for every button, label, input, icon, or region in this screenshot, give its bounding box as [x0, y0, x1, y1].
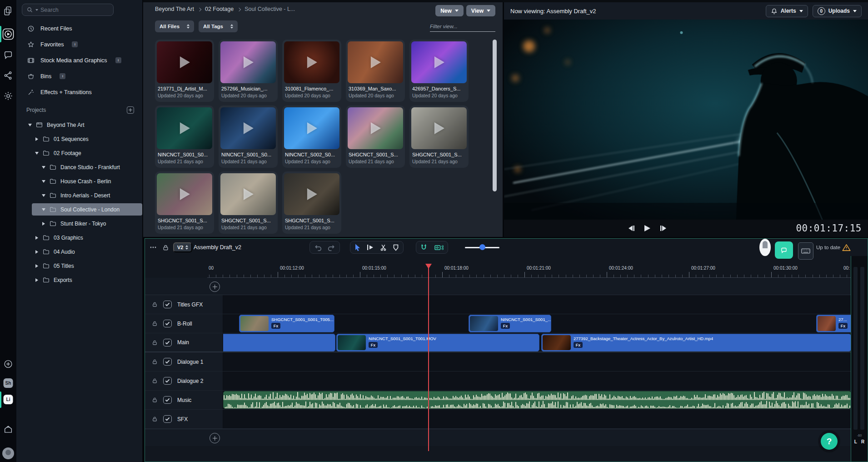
track-lane[interactable]: NINCNCT_S001_S001_T001.MOVFx277392_Backs… [223, 333, 851, 352]
track-lane[interactable] [223, 352, 851, 371]
caret-right-icon[interactable] [35, 137, 38, 141]
track-lane[interactable] [223, 295, 851, 314]
caret-down-icon[interactable] [42, 180, 45, 183]
sidebar-item-bins[interactable]: Binsi [16, 68, 142, 84]
tree-item-stunt-biker-tokyo[interactable]: Stunt Biker - Tokyo [16, 216, 142, 231]
version-selector[interactable]: V2 [173, 242, 192, 252]
caret-down-icon[interactable] [42, 208, 45, 211]
user-avatar[interactable] [2, 447, 14, 459]
linked-clips-icon[interactable] [434, 244, 444, 251]
tree-item-01-sequences[interactable]: 01 Sequences [16, 132, 142, 146]
add-track-button[interactable] [210, 433, 220, 443]
snap-magnet-icon[interactable] [420, 244, 427, 251]
new-button[interactable]: New [435, 5, 464, 16]
audio-clip[interactable] [223, 391, 851, 409]
caret-right-icon[interactable] [35, 236, 38, 240]
file-card[interactable]: SHGCNCT_S001_S...Updated 21 days ago [155, 171, 214, 234]
track-lock-icon[interactable] [152, 378, 158, 384]
breadcrumb-item[interactable]: 02 Footage [205, 6, 234, 12]
video-clip[interactable]: NINCNCT_S001_S001_...Fx [469, 315, 551, 332]
tree-item-dance-studio-frankfurt[interactable]: Dance Studio - Frankfurt [16, 160, 142, 174]
collaborator-avatar[interactable] [759, 239, 771, 256]
file-card[interactable]: 257266_Musician_...Updated 20 days ago [219, 40, 278, 102]
file-card[interactable]: SHGCNCT_S001_S...Updated 21 days ago [282, 171, 341, 234]
video-clip[interactable] [223, 334, 335, 352]
caret-right-icon[interactable] [42, 222, 45, 226]
track-enable-checkbox[interactable] [163, 339, 172, 346]
caret-down-icon[interactable] [35, 152, 39, 155]
caret-right-icon[interactable] [35, 264, 38, 268]
view-button[interactable]: View [466, 5, 495, 16]
tree-item-02-footage[interactable]: 02 Footage [16, 146, 142, 160]
add-project-button[interactable] [127, 106, 134, 114]
share-icon[interactable] [3, 70, 13, 80]
file-card[interactable]: 310369_Man_Saxo...Updated 20 days ago [346, 40, 405, 102]
video-clip[interactable]: 27...Fx [816, 315, 851, 332]
warning-icon[interactable] [842, 239, 851, 256]
caret-right-icon[interactable] [35, 278, 38, 282]
caret-right-icon[interactable] [35, 250, 38, 254]
breadcrumb-item[interactable]: Soul Collective - L... [244, 6, 295, 12]
player-icon[interactable] [2, 28, 14, 40]
tree-item-03-graphics[interactable]: 03 Graphics [16, 231, 142, 245]
undo-icon[interactable] [314, 244, 322, 251]
sidebar-item-recent-files[interactable]: Recent Files [16, 20, 142, 36]
timeline-zoom-slider[interactable] [465, 244, 499, 251]
timeline-ruler[interactable]: 00:01:12:0000:01:15:0000:01:18:0000:01:2… [207, 264, 851, 278]
track-enable-checkbox[interactable] [163, 415, 172, 423]
playhead[interactable] [428, 264, 429, 451]
video-clip[interactable]: NINCNCT_S001_S001_T001.MOVFx [336, 334, 539, 352]
track-lock-icon[interactable] [152, 416, 158, 422]
track-enable-checkbox[interactable] [163, 358, 172, 366]
caret-down-icon[interactable] [42, 166, 45, 169]
tree-item-exports[interactable]: Exports [16, 273, 142, 287]
workspace-badge-li[interactable]: Li [4, 395, 13, 404]
razor-erase-tool-icon[interactable] [393, 244, 399, 251]
pages-icon[interactable] [3, 6, 13, 16]
track-lane[interactable] [223, 410, 851, 428]
tree-item-house-crash-berlin[interactable]: House Crash - Berlin [16, 174, 142, 188]
settings-gear-icon[interactable] [3, 91, 13, 101]
track-enable-checkbox[interactable] [163, 377, 172, 385]
select-tool-icon[interactable] [354, 244, 361, 251]
comments-button[interactable] [775, 241, 793, 259]
add-track-button[interactable] [210, 281, 220, 292]
chat-icon[interactable] [3, 50, 13, 60]
uploads-button[interactable]: 0 Uploads [813, 5, 862, 17]
grid-scrollbar[interactable] [493, 40, 497, 191]
help-button[interactable]: ? [821, 433, 838, 450]
track-enable-checkbox[interactable] [163, 301, 172, 308]
keyboard-shortcuts-button[interactable] [798, 242, 813, 260]
timeline-menu-icon[interactable] [150, 239, 157, 256]
file-card[interactable]: 426957_Dancers_S...Updated 20 days ago [409, 40, 469, 102]
tree-item-05-titles[interactable]: 05 Titles [16, 259, 142, 273]
zoom-slider-knob[interactable] [479, 244, 485, 250]
add-workspace-icon[interactable] [4, 359, 13, 369]
video-clip[interactable]: 277392_Backstage_Theater_Actress_Actor_B… [541, 334, 851, 352]
search-input[interactable]: Search [22, 4, 114, 16]
track-lane[interactable] [223, 372, 851, 390]
track-enable-checkbox[interactable] [163, 396, 172, 404]
cut-tool-icon[interactable] [380, 244, 387, 251]
sidebar-item-effects-transitions[interactable]: Effects + Transitions [16, 84, 142, 100]
caret-down-icon[interactable] [28, 124, 32, 126]
tree-item-04-audio[interactable]: 04 Audio [16, 245, 142, 259]
track-enable-checkbox[interactable] [163, 320, 172, 327]
file-card[interactable]: SHGCNCT_S001_S...Updated 21 days ago [409, 105, 469, 168]
track-lock-icon[interactable] [152, 321, 158, 326]
tags-filter-dropdown[interactable]: All Tags [199, 20, 238, 32]
redo-icon[interactable] [328, 244, 335, 251]
file-card[interactable]: NINCNCT_S001_S0...Updated 21 days ago [219, 105, 278, 168]
insert-tool-icon[interactable] [367, 244, 374, 251]
workspace-badge-sh[interactable]: Sh [4, 378, 13, 388]
alerts-button[interactable]: Alerts [766, 5, 808, 17]
file-card[interactable]: SHGCNCT_S001_S...Updated 21 days ago [219, 171, 278, 234]
track-lock-icon[interactable] [152, 301, 158, 307]
file-card[interactable]: 310081_Flamenco_...Updated 20 days ago [282, 40, 341, 102]
track-lane[interactable]: SHGCNCT_S001_S001_T005...FxNINCNCT_S001_… [223, 314, 851, 333]
track-lock-icon[interactable] [152, 340, 158, 346]
sidebar-item-favorites[interactable]: Favoritesi [16, 36, 142, 52]
track-lock-icon[interactable] [152, 359, 158, 365]
tree-item-soul-collective-london[interactable]: Soul Collective - London [16, 202, 142, 216]
file-card[interactable]: 219771_Dj_Artist_M...Updated 20 days ago [155, 40, 214, 102]
